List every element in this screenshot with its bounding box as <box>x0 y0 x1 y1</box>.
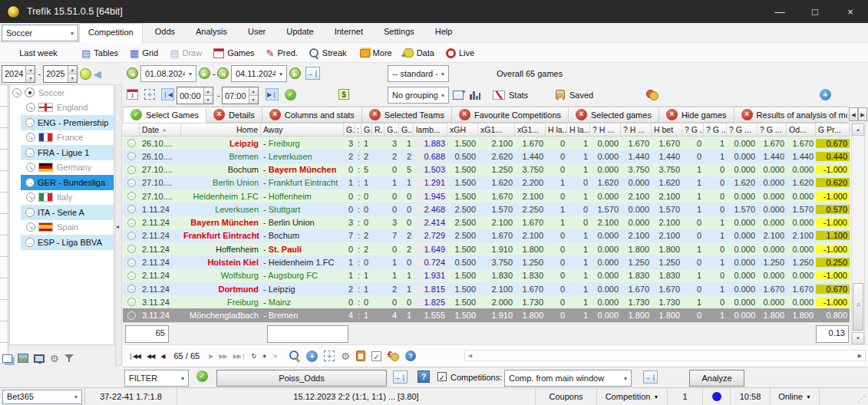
column-header-od[interactable]: Od... <box>787 123 816 136</box>
stats-label[interactable]: Stats <box>509 91 528 100</box>
sidebar-item-soccer[interactable]: ↘Soccer <box>10 85 114 100</box>
view-tab-results-of-analysis-of-mor[interactable]: Results of analysis of mor <box>734 107 847 123</box>
date-from-next-icon[interactable] <box>199 68 210 79</box>
menu-tab-odds[interactable]: Odds <box>147 23 183 43</box>
row-expander-icon[interactable]: → <box>127 285 136 293</box>
time-from-spinner[interactable]: 00:00 ▲▼ <box>177 87 213 104</box>
tree-expand-icon[interactable]: → <box>25 148 35 157</box>
view-tab-columns-and-stats[interactable]: Columns and stats <box>262 107 362 123</box>
filter-select[interactable]: FILTER ▼ <box>124 370 189 387</box>
toolbar-streak-button[interactable]: Streak <box>309 48 347 58</box>
column-header-h[interactable]: ? H ... <box>621 123 652 136</box>
saved-icon[interactable] <box>556 90 565 100</box>
column-header-g[interactable]: G.. <box>399 123 414 136</box>
tree-expand-icon[interactable]: → <box>25 238 35 247</box>
sidebar-item-france[interactable]: ↘France <box>10 130 114 146</box>
view-tab-favourite-competitions[interactable]: Favourite Competitions <box>452 107 569 123</box>
column-header-g[interactable]: G... <box>344 123 355 136</box>
column-header-xgh[interactable]: xGH <box>447 123 478 136</box>
toolbar-more-button[interactable]: More <box>358 48 392 58</box>
column-header-date[interactable]: Date▲ <box>140 123 181 136</box>
column-header-g[interactable]: G... <box>361 123 372 136</box>
back-triangle-icon[interactable]: ◀ <box>94 68 101 80</box>
sidebar-item-ger-bundesliga[interactable]: →GER - Bundesliga <box>21 175 114 190</box>
table-row[interactable]: →2.11.24Hoffenheim- St. Pauli0:2021.6491… <box>123 242 850 255</box>
sidebar-item-esp-liga-bbva[interactable]: →ESP - Liga BBVA <box>21 235 114 250</box>
report-icon[interactable] <box>356 351 365 361</box>
view-tab-select-games[interactable]: Select Games <box>123 107 206 123</box>
coef-field[interactable]: 0.13 <box>816 325 849 343</box>
skip-to-end-icon[interactable] <box>266 88 279 100</box>
tab-scroll-right-icon[interactable]: ▶ <box>858 107 867 121</box>
table-row[interactable]: →27.10....Bochum- Bayern München0:5051.5… <box>123 163 850 176</box>
menu-tab-competition[interactable]: Competition <box>79 23 143 43</box>
toolbar-data-button[interactable]: Data <box>404 48 434 58</box>
date-from-select[interactable]: 01.08.2024 ▼ <box>140 65 196 82</box>
table-row[interactable]: →3.11.24Freiburg- Mainz0:0001.8251.5002.… <box>123 295 850 308</box>
row-expander[interactable]: → <box>123 166 140 174</box>
bookmaker-select[interactable]: Bet365 ▼ <box>2 390 82 404</box>
row-expander[interactable]: → <box>123 205 140 213</box>
refresh-icon[interactable]: ↻ <box>252 353 256 360</box>
time-to-spinner[interactable]: 07:00 ▲▼ <box>222 87 259 104</box>
bar-chart-icon[interactable] <box>470 90 480 100</box>
column-header-xg1[interactable]: xG1... <box>478 123 515 136</box>
view-tab-hide-games[interactable]: Hide games <box>659 107 734 123</box>
skip-to-start-icon[interactable] <box>161 88 174 100</box>
scroll-up-icon[interactable]: ▲ <box>852 123 864 136</box>
help-question-icon[interactable] <box>417 370 430 383</box>
row-expander-icon[interactable]: → <box>127 219 136 227</box>
column-header-xg1[interactable]: xG1... <box>515 123 546 136</box>
sidebar-splitter[interactable] <box>115 84 122 366</box>
table-row[interactable]: →2.11.24Frankfurt Eintracht- Bochum7:272… <box>123 229 850 242</box>
apply-check-icon[interactable] <box>285 89 296 100</box>
row-expander-icon[interactable]: → <box>127 245 136 253</box>
sidebar-item-spain[interactable]: ↘Spain <box>10 220 114 235</box>
year-to-spinner[interactable]: 2025 ▲▼ <box>43 65 77 83</box>
tree-expand-icon[interactable]: ↘ <box>26 163 35 172</box>
row-expander-icon[interactable]: → <box>127 152 136 160</box>
toolbar-live-button[interactable]: Live <box>446 48 474 58</box>
spin-up-icon[interactable]: ▲ <box>26 66 35 74</box>
sidebar-item-italy[interactable]: ↘Italy <box>10 190 114 206</box>
filter-check-icon[interactable] <box>196 370 208 382</box>
spin-up-icon[interactable]: ▲ <box>68 66 77 74</box>
date-to-select[interactable]: 04.11.2024 ▼ <box>231 65 287 82</box>
tab-scroll-left-icon[interactable]: ◀ <box>849 107 858 121</box>
row-expander[interactable]: → <box>123 245 140 253</box>
table-row[interactable]: →26.10....Bremen- Leverkusen2:2220.6880.… <box>123 150 850 163</box>
row-expander[interactable]: → <box>123 152 140 160</box>
hscroll-left-icon[interactable]: ◀ <box>465 351 475 361</box>
scrollbar-thumb[interactable] <box>853 283 863 331</box>
stats-chart-icon[interactable] <box>493 91 505 100</box>
calendar-icon[interactable] <box>127 89 138 100</box>
settings-gear-icon[interactable] <box>341 351 350 362</box>
grouping-select[interactable]: No grouping ▼ <box>388 87 449 104</box>
tree-expand-icon[interactable]: → <box>25 118 35 127</box>
coupons-button[interactable]: Coupons <box>535 388 596 405</box>
column-header-g[interactable]: ? G ... <box>727 123 757 136</box>
row-expander[interactable]: → <box>123 311 140 320</box>
row-expander[interactable]: → <box>123 298 140 306</box>
count-field[interactable]: 65 <box>125 325 169 343</box>
column-header-g-pr[interactable]: G Pr... <box>816 123 850 136</box>
row-expander[interactable]: → <box>123 272 140 280</box>
apply-dates-icon[interactable] <box>305 67 320 80</box>
competitions-select[interactable]: Comp. from main window ▼ <box>504 370 632 387</box>
windows-icon[interactable] <box>2 354 12 363</box>
tree-expand-icon[interactable]: ↘ <box>12 88 21 97</box>
sidebar-item-ita-serie-a[interactable]: →ITA - Serie A <box>21 205 114 220</box>
menu-tab-update[interactable]: Update <box>278 23 322 43</box>
maximize-button[interactable]: □ <box>797 0 833 23</box>
move-icon[interactable] <box>324 351 335 361</box>
row-expander-icon[interactable]: → <box>127 272 136 280</box>
date-to-prev-icon[interactable] <box>217 68 229 79</box>
column-header-home[interactable]: Home <box>181 123 261 136</box>
toolbar-tables-button[interactable]: Tables <box>81 48 118 59</box>
row-expander-icon[interactable]: → <box>127 179 136 187</box>
row-expander[interactable]: → <box>123 179 140 187</box>
row-expander-icon[interactable]: → <box>127 232 136 240</box>
spin-up-icon[interactable]: ▲ <box>204 87 213 96</box>
column-header-g[interactable]: G.. <box>384 123 399 136</box>
table-row[interactable]: →2.11.24Bayern München- Berlin Union3:03… <box>123 216 850 229</box>
